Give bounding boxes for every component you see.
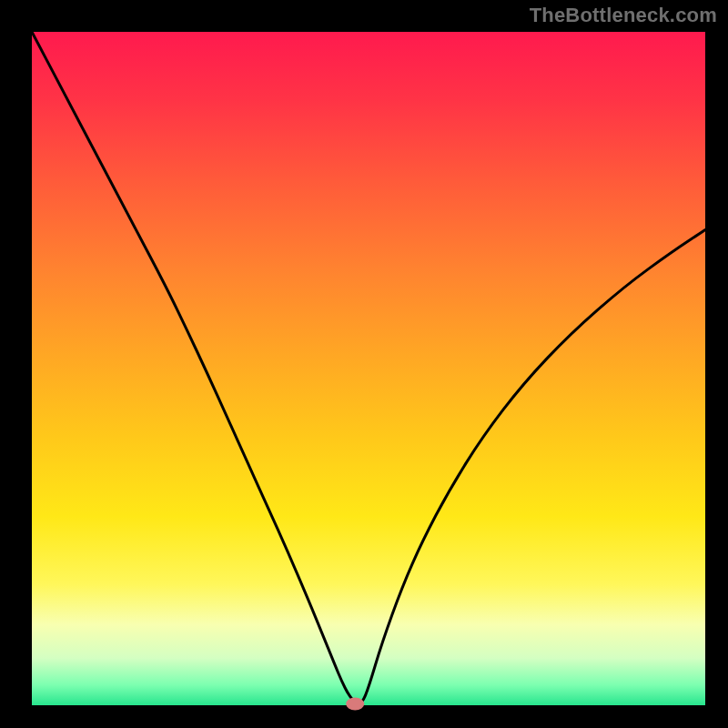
optimal-point-marker [346, 698, 364, 711]
bottleneck-curve-plot [0, 0, 728, 728]
chart-frame: TheBottleneck.com [0, 0, 728, 728]
watermark-text: TheBottleneck.com [530, 4, 717, 27]
plot-background [32, 32, 705, 705]
